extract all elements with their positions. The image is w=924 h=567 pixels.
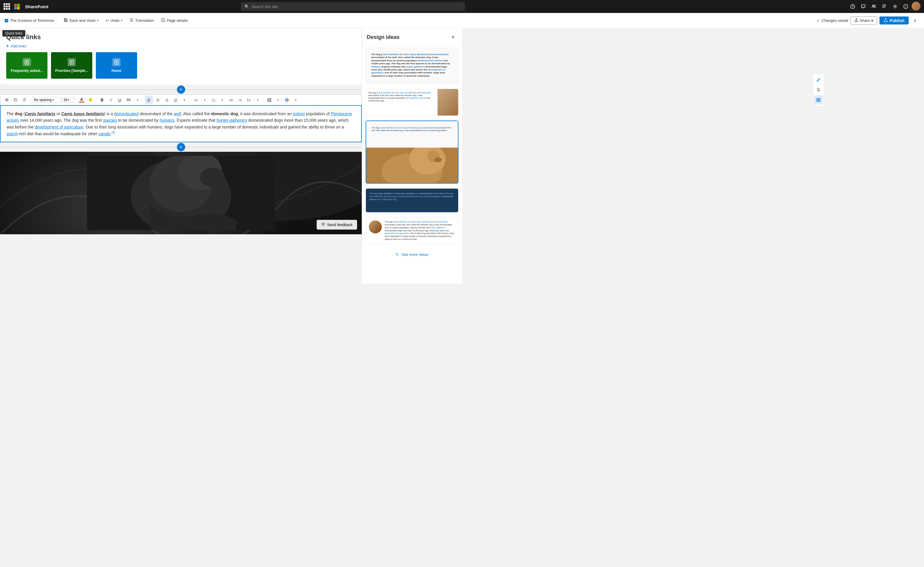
font-color-icon: A [80, 98, 83, 101]
link-card-priorities[interactable]: Priorities [Sample... [51, 52, 92, 79]
design-card-1[interactable]: The dog (Canis familiaris or Canis lupus… [366, 48, 458, 84]
svg-point-17 [194, 100, 195, 100]
save-close-button[interactable]: Save and close ▾ [61, 17, 101, 24]
link-hunter-gatherers[interactable]: hunter-gatherers [217, 118, 247, 123]
text-bold-dog: dog [15, 111, 23, 116]
svg-point-32 [200, 168, 225, 187]
app-name: SharePoint [25, 4, 48, 9]
sep-1 [30, 97, 30, 103]
svg-point-24 [286, 99, 287, 100]
color-caret[interactable]: ▾ [291, 96, 300, 104]
font-size-input[interactable]: 18 ▾ [62, 97, 74, 103]
design-card-2-inner: The dog (Canis familiaris or Canis lupus… [366, 89, 458, 116]
microsoft-logo[interactable] [14, 4, 20, 9]
link-starch[interactable]: starch [6, 131, 18, 136]
priorities-label: Priorities [Sample... [55, 69, 88, 73]
font-size-caret: ▾ [68, 98, 69, 101]
delete-button[interactable] [20, 96, 29, 104]
card-5-avatar [369, 220, 382, 233]
card-2-dog-image [437, 89, 458, 116]
line-spacing-button[interactable] [245, 96, 253, 104]
align-center-button[interactable] [153, 96, 162, 104]
align-left-button[interactable] [145, 96, 153, 104]
italic-button[interactable]: I [107, 96, 115, 104]
text-color-button[interactable]: A [78, 98, 86, 102]
outdent-button[interactable] [227, 96, 235, 104]
page-icon: S [5, 19, 8, 22]
top-navigation: SharePoint 🔍 Search this site ? ? [0, 0, 462, 13]
copy-button[interactable] [12, 96, 20, 104]
link-domesticated[interactable]: domesticated [114, 111, 138, 116]
underline-button[interactable]: U [116, 96, 124, 104]
align-caret[interactable]: ▾ [180, 96, 188, 104]
link-card-faq[interactable]: Frequently asked... [6, 52, 48, 79]
color-bar [79, 102, 84, 102]
numbered-list-button[interactable]: 1.2.3. [209, 96, 218, 104]
design-card-3-inner: The dog (Canis familiaris or Canis lupus… [366, 121, 458, 148]
dog-image [87, 156, 275, 230]
svg-rect-13 [15, 99, 17, 101]
page-title: The Contoso of Tomorrow [10, 18, 54, 23]
align-right-button[interactable] [162, 96, 171, 104]
design-card-2[interactable]: The dog (Canis familiaris or Canis lupus… [366, 89, 458, 116]
text-editor[interactable]: The dog (Canis familiaris or Canis lupus… [0, 105, 362, 142]
link-canids[interactable]: canids [98, 131, 110, 136]
text-highlight-button[interactable]: A [86, 96, 95, 104]
see-more-ideas-button[interactable]: ↻ See more ideas [362, 249, 462, 260]
page-details-button[interactable]: Page details [159, 17, 190, 24]
faq-label: Frequently asked... [11, 69, 43, 73]
svg-rect-22 [268, 98, 271, 102]
svg-text:3.: 3. [212, 100, 213, 102]
bullet-caret[interactable]: ▾ [200, 96, 209, 104]
bold-button[interactable]: B [98, 96, 106, 104]
sep-5 [190, 97, 190, 103]
sep-3 [96, 97, 96, 103]
translation-button[interactable]: Translation [127, 17, 156, 24]
indent-button[interactable] [236, 96, 244, 104]
special-chars-button[interactable]: 99 [125, 96, 133, 104]
color-picker-button[interactable] [283, 96, 291, 104]
add-block-button-2[interactable]: + [177, 143, 185, 151]
link-extinct[interactable]: extinct [293, 111, 305, 116]
table-button[interactable] [265, 96, 273, 104]
spacing-caret[interactable]: ▾ [254, 96, 262, 104]
quick-links-title: Quick links [6, 33, 356, 41]
design-card-5[interactable]: The dog (Canis familiaris or Canis lupus… [366, 217, 458, 244]
svg-point-18 [194, 101, 195, 101]
design-panel-title: Design ideas [367, 34, 400, 40]
design-card-3[interactable]: The dog (Canis familiaris or Canis lupus… [366, 120, 458, 184]
link-card-home[interactable]: Home [96, 52, 137, 79]
image-section: Send feedback [0, 152, 362, 234]
number-caret[interactable]: ▾ [218, 96, 227, 104]
svg-rect-7 [65, 20, 67, 21]
design-card-4[interactable]: The dog (Canis familiaris or Canis lupus… [366, 188, 458, 213]
special-caret[interactable]: ▾ [133, 96, 141, 104]
undo-button[interactable]: ↩ Undo ▾ [103, 17, 125, 24]
link-development[interactable]: development of agriculture [35, 124, 83, 129]
link-humans[interactable]: humans [160, 118, 174, 123]
page-content[interactable]: Quick links Quick links + Add links Freq… [0, 28, 362, 284]
svg-point-16 [194, 99, 195, 100]
feedback-icon [321, 222, 325, 227]
table-caret[interactable]: ▾ [274, 96, 282, 104]
send-feedback-button[interactable]: Send feedback [317, 220, 357, 230]
move-handle[interactable] [3, 96, 11, 104]
close-design-panel-button[interactable]: × [449, 33, 457, 41]
search-bar[interactable]: 🔍 Search this site [241, 2, 462, 11]
design-card-5-inner: The dog (Canis familiaris or Canis lupus… [366, 218, 458, 244]
separator-1 [57, 17, 58, 24]
design-ideas-panel: Design ideas × The dog (Canis familiaris… [362, 28, 462, 284]
waffle-icon[interactable] [3, 3, 10, 10]
justify-button[interactable] [171, 96, 180, 104]
add-block-button-1[interactable]: + [177, 86, 185, 94]
style-dropdown[interactable]: No spacing ▾ [32, 97, 61, 103]
faq-icon [23, 58, 31, 66]
link-wolf[interactable]: wolf [174, 111, 181, 116]
add-links-button[interactable]: + Add links [6, 44, 356, 49]
link-species[interactable]: species [103, 118, 117, 123]
design-card-1-inner: The dog (Canis familiaris or Canis lupus… [366, 48, 458, 84]
priorities-icon [68, 58, 76, 66]
card-5-text: The dog (Canis familiaris or Canis lupus… [385, 220, 455, 241]
card-3-text: The dog (Canis familiaris or Canis lupus… [369, 124, 455, 134]
bullet-list-button[interactable] [192, 96, 200, 104]
